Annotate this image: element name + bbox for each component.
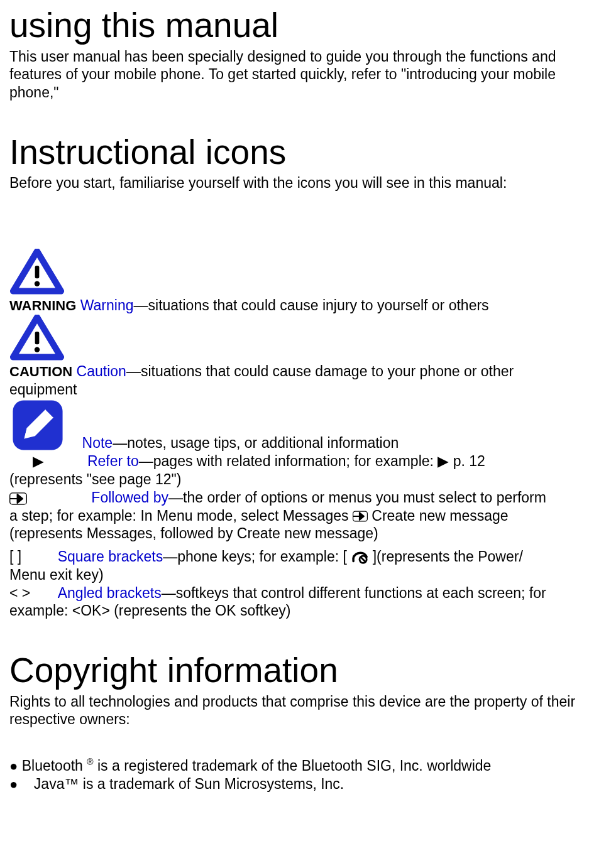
warning-desc: —situations that could cause injury to y… [134,297,489,313]
caution-label: CAUTION [9,364,72,379]
angled-brackets-desc-b: example: <OK> (represents the OK softkey… [9,602,580,620]
bullet-dot-icon: ● [9,758,18,774]
svg-point-1 [35,281,40,286]
square-brackets-desc-c: Menu exit key) [9,566,580,584]
intro-text-3: Rights to all technologies and products … [9,693,580,729]
page-title-3: Copyright information [9,651,580,690]
bullet-dot-icon: ● [9,776,18,792]
square-brackets-desc-a: —phone keys; for example: [ [163,548,347,565]
followed-by-desc-d: (represents Messages, followed by Create… [9,524,580,543]
followed-by-desc-c: Create new message [372,507,508,524]
caution-desc-a: —situations that could cause damage to y… [126,363,514,379]
warning-triangle-icon [9,249,65,296]
svg-rect-2 [35,332,40,344]
svg-rect-0 [35,266,40,278]
page-title-1: using this manual [9,6,580,45]
caution-triangle-icon [9,315,65,362]
warning-term: Warning [80,297,134,313]
caution-term: Caution [77,363,126,379]
bullet-1-text-b: is a registered trademark of the Bluetoo… [97,757,491,774]
intro-text-1: This user manual has been specially desi… [9,48,580,102]
note-desc: —notes, usage tips, or additional inform… [113,435,399,452]
refer-to-term: Refer to [87,453,139,469]
followed-by-arrow-icon [9,492,27,505]
note-pencil-icon [9,398,66,452]
svg-point-3 [35,347,40,352]
warning-label: WARNING [9,298,76,313]
intro-text-2: Before you start, familiarise yourself w… [9,174,580,192]
bullet-2-text: Java™ is a trademark of Sun Microsystems… [34,776,344,792]
refer-to-symbol: ▶ [9,452,67,470]
svg-line-9 [361,557,366,562]
angled-brackets-desc-a: —softkeys that control different functio… [162,585,546,601]
bullet-1-text-a: Bluetooth [22,757,87,774]
square-brackets-symbol: [ ] [9,548,21,565]
power-key-icon [351,550,368,565]
registered-mark: ® [87,757,93,767]
refer-to-desc-b: (represents "see page 12") [9,470,580,489]
note-term: Note [82,435,113,452]
refer-to-desc-a: —pages with related information; for exa… [139,453,485,469]
angled-brackets-term: Angled brackets [58,585,162,601]
followed-by-arrow-inline-icon [353,511,368,522]
caution-desc-b: equipment [9,381,580,399]
followed-by-desc-a: —the order of options or menus you must … [168,489,546,506]
page-title-2: Instructional icons [9,133,580,171]
square-brackets-term: Square brackets [58,548,163,565]
followed-by-desc-b: a step; for example: In Menu mode, selec… [9,507,353,524]
angled-brackets-symbol: < > [9,585,30,601]
square-brackets-desc-b: ](represents the Power/ [373,548,523,565]
followed-by-term: Followed by [91,489,168,506]
